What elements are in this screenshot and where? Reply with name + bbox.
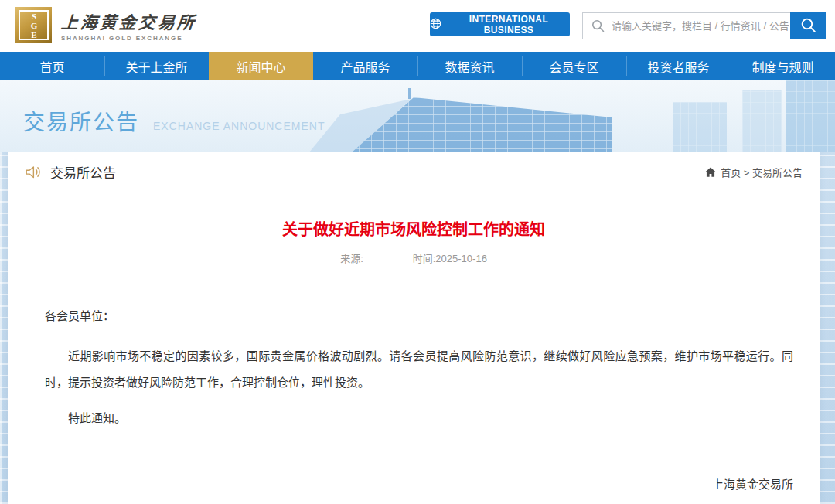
- nav-item-about[interactable]: 关于上金所: [104, 52, 209, 80]
- seal-text: SGE: [29, 12, 38, 39]
- nav-item-members[interactable]: 会员专区: [522, 52, 626, 80]
- salutation: 各会员单位：: [45, 303, 793, 329]
- logo-name-english: SHANGHAI GOLD EXCHANGE: [61, 35, 196, 42]
- article-body: 各会员单位： 近期影响市场不稳定的因素较多，国际贵金属价格波动剧烈。请各会员提高…: [8, 284, 820, 504]
- international-business-button[interactable]: INTERNATIONAL BUSINESS: [430, 12, 570, 36]
- banner-subtitle: EXCHANGE ANNOUNCEMENT: [153, 120, 325, 132]
- content-card: 交易所公告 首页 > 交易所公告 关于做好近期市场风险控制工作的通知 来源:时间…: [8, 152, 820, 504]
- site-header: SGE 上海黄金交易所 SHANGHAI GOLD EXCHANGE INTER…: [0, 0, 835, 52]
- breadcrumb[interactable]: 首页 > 交易所公告: [705, 165, 803, 179]
- nav-item-rules[interactable]: 制度与规则: [731, 52, 835, 80]
- search-icon: [591, 19, 605, 32]
- nav-item-products[interactable]: 产品服务: [313, 52, 418, 80]
- nav-item-data[interactable]: 数据资讯: [418, 52, 522, 80]
- nav-item-home[interactable]: 首页: [0, 52, 104, 80]
- breadcrumb-text: 首页 > 交易所公告: [721, 165, 803, 179]
- international-business-label: INTERNATIONAL BUSINESS: [448, 14, 570, 36]
- nav-item-investor-services[interactable]: 投资者服务: [626, 52, 731, 80]
- search-submit-icon: [800, 17, 816, 36]
- page-banner: 交易所公告 EXCHANGE ANNOUNCEMENT: [0, 80, 835, 152]
- closing-line: 特此通知。: [45, 405, 793, 431]
- announcement-article: 关于做好近期市场风险控制工作的通知 来源:时间:2025-10-16 各会员单位…: [8, 217, 820, 504]
- nav-item-news-center[interactable]: 新闻中心: [209, 52, 313, 80]
- search-submit-button[interactable]: [790, 12, 826, 39]
- globe-icon: [430, 18, 441, 32]
- search-input[interactable]: [612, 20, 790, 32]
- building-illustration: [309, 80, 835, 152]
- signature: 上海黄金交易所: [45, 472, 793, 498]
- main-nav: 首页 关于上金所 新闻中心 产品服务 数据资讯 会员专区 投资者服务 制度与规则: [0, 52, 835, 80]
- section-header: 交易所公告 首页 > 交易所公告: [8, 152, 820, 192]
- sge-seal-logo: SGE: [15, 7, 52, 43]
- article-source: 来源:: [340, 253, 363, 264]
- search-bar: [582, 12, 826, 39]
- home-icon: [705, 167, 716, 177]
- banner-title: 交易所公告: [23, 105, 139, 136]
- article-meta: 来源:时间:2025-10-16: [8, 250, 820, 265]
- article-title: 关于做好近期市场风险控制工作的通知: [8, 217, 820, 240]
- body-paragraph: 近期影响市场不稳定的因素较多，国际贵金属价格波动剧烈。请各会员提高风险防范意识，…: [45, 343, 793, 396]
- speaker-icon: [25, 165, 41, 179]
- article-time: 时间:2025-10-16: [413, 253, 487, 264]
- section-title: 交易所公告: [50, 162, 116, 182]
- site-logo[interactable]: SGE 上海黄金交易所 SHANGHAI GOLD EXCHANGE: [15, 7, 196, 43]
- logo-name-chinese: 上海黄金交易所: [60, 9, 197, 33]
